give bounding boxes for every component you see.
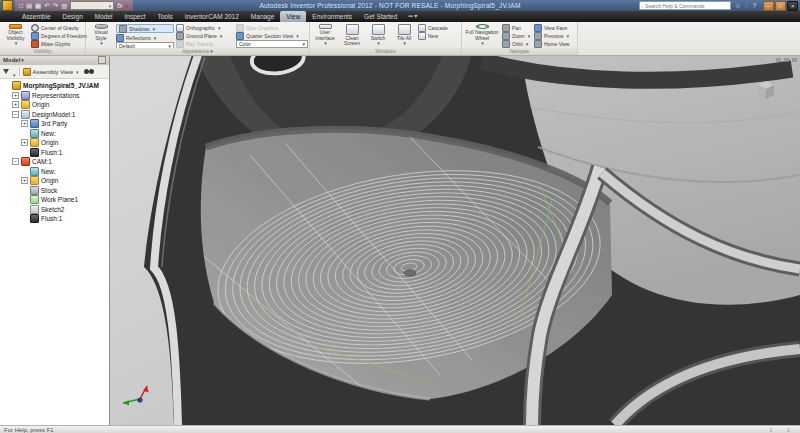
tree-item-origin3[interactable]: Origin [2,176,109,186]
representations-icon [21,91,30,100]
pan-button[interactable]: Pan [502,24,532,31]
undo-icon[interactable]: ↶ [44,0,49,11]
stock-icon [30,186,39,195]
zoom-button[interactable]: Zoom [502,32,532,39]
ribbon: Object Visibility Center of Gravity Degr… [0,22,800,56]
ribbon-group-appearance: Visual Style Shadows Reflections Default… [86,22,310,55]
view-face-button[interactable]: View Face [534,24,574,31]
minimize-button[interactable]: ─ [763,1,774,11]
tab-inspect[interactable]: Inspect [119,11,152,22]
graphics-viewport[interactable] [110,55,800,425]
slice-graphics-icon [236,24,244,32]
inventor-app-icon[interactable] [2,0,13,11]
save-icon[interactable]: ▦ [35,0,41,11]
tree-item-representations[interactable]: Representations [2,91,109,101]
tree-item-origin[interactable]: Origin [2,100,109,110]
tree-item-3rd-party[interactable]: 3rd Party [2,119,109,129]
origin-folder-icon [30,176,39,185]
search-input[interactable] [645,3,715,9]
reflections-button[interactable]: Reflections [116,34,174,41]
flush-constraint-icon [30,148,39,157]
switch-button[interactable]: Switch [366,23,390,47]
imate-glyphs-button[interactable]: iMate Glyphs [31,40,87,47]
record-icon[interactable]: ● [125,0,129,11]
tab-overflow-icon[interactable]: ▪▪ ▾ [403,11,422,22]
close-button[interactable]: × [787,1,798,11]
center-of-gravity-button[interactable]: Center of Gravity [31,24,87,31]
open-icon[interactable]: ▤ [26,0,32,11]
cascade-button[interactable]: Cascade [418,24,456,31]
fx-icon[interactable]: fx [117,0,122,11]
ribbon-group-windows: User Interface Clean Screen Switch Tile … [310,22,462,55]
new-icon [30,129,39,138]
title-bar: □ ▤ ▦ ↶ ↷ ▥ ▾ fx ● Autodesk Inventor Pro… [0,0,800,11]
tab-environments[interactable]: Environments [306,11,358,22]
tree-item-work-plane[interactable]: Work Plane1 [2,195,109,205]
ribbon-tab-bar: Assemble Design Model Inspect Tools Inve… [0,11,800,22]
tree-item-flush1[interactable]: Flush:1 [2,148,109,158]
clean-screen-button[interactable]: Clean Screen [340,23,364,47]
quick-access-toolbar: □ ▤ ▦ ↶ ↷ ▥ ▾ fx ● [15,0,133,11]
tree-item-new[interactable]: New: [2,129,109,139]
expander-icon[interactable] [12,101,19,108]
tab-inventorcam[interactable]: InventorCAM 2012 [179,11,245,22]
expander-icon[interactable] [12,92,19,99]
degrees-of-freedom-button[interactable]: Degrees of Freedom [31,32,87,39]
new-window-button[interactable]: New [418,32,456,39]
window-title: Autodesk Inventor Professional 2012 - NO… [180,2,600,9]
origin-folder-icon [21,100,30,109]
tab-view[interactable]: View [280,11,306,22]
orbit-button[interactable]: Orbit [502,40,532,47]
tree-item-new2[interactable]: New: [2,167,109,177]
previous-view-button[interactable]: Previous [534,32,574,39]
tree-item-root[interactable]: MorphingSpiral5_JV.IAM [2,81,109,91]
expander-icon[interactable] [21,120,28,127]
user-interface-button[interactable]: User Interface [312,23,338,47]
assembly-icon [12,81,21,90]
tab-tools[interactable]: Tools [151,11,178,22]
reflections-icon [116,34,124,42]
color-combo[interactable]: Color [236,40,308,48]
panel-menu-button[interactable] [98,56,106,64]
tab-get-started[interactable]: Get Started [358,11,403,22]
communication-icon[interactable]: ◌ [745,0,749,11]
help-icon[interactable]: ? [752,0,756,11]
expander-icon[interactable] [21,139,28,146]
assembly-view-combo[interactable]: Assembly View [23,68,79,76]
document-window-controls[interactable] [776,58,797,62]
maximize-button[interactable]: □ [775,1,786,11]
expander-icon[interactable] [12,111,19,118]
tab-assemble[interactable]: Assemble [16,11,57,22]
tab-manage[interactable]: Manage [245,11,281,22]
tab-model[interactable]: Model [89,11,119,22]
material-combo[interactable]: ▾ [70,1,114,10]
new-document-icon[interactable]: □ [19,0,23,11]
redo-icon[interactable]: ↷ [53,0,58,11]
tree-item-cam[interactable]: CAM:1 [2,157,109,167]
find-icon[interactable] [84,69,94,75]
tile-all-button[interactable]: Tile All [392,23,416,47]
full-navigation-wheel-button[interactable]: Full Navigation Wheel [464,23,500,47]
expander-icon[interactable] [12,158,19,165]
object-visibility-button[interactable]: Object Visibility [2,23,29,47]
tree-item-sketch[interactable]: Sketch2 [2,205,109,215]
expander-icon[interactable] [21,177,28,184]
filter-icon[interactable] [3,69,9,74]
navigate-group-label: Navigate [462,48,577,55]
tab-design[interactable]: Design [57,11,89,22]
tree-item-stock[interactable]: Stock [2,186,109,196]
ground-plane-button[interactable]: Ground Plane [176,32,234,39]
browser-header[interactable]: Model [0,55,109,65]
quarter-section-view-button[interactable]: Quarter Section View [236,32,308,39]
new-window-icon [418,32,426,40]
clean-screen-icon [346,24,359,35]
orthographic-button[interactable]: Orthographic [176,24,234,31]
shadows-button[interactable]: Shadows [116,24,174,33]
tree-item-flush2[interactable]: Flush:1 [2,214,109,224]
tree-item-designmodel[interactable]: DesignModel:1 [2,110,109,120]
visual-style-button[interactable]: Visual Style [88,23,114,47]
star-icon[interactable]: ☆ [735,0,741,11]
print-icon[interactable]: ▥ [61,0,67,11]
tree-item-origin2[interactable]: Origin [2,138,109,148]
home-view-button[interactable]: Home View [534,40,574,47]
